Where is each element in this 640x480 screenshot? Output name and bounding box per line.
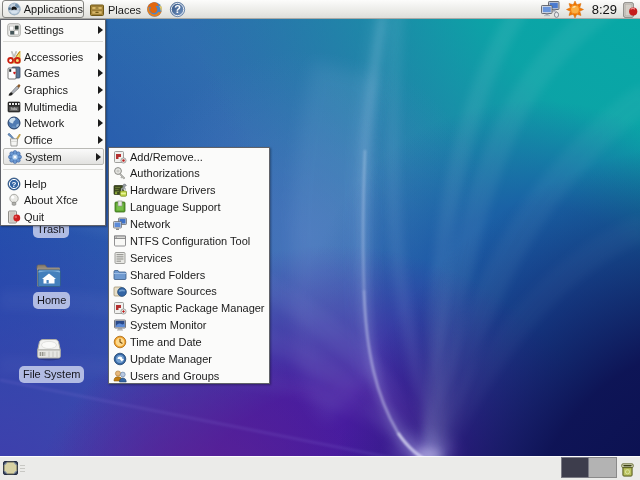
svg-text:hda: hda <box>11 107 17 111</box>
svg-text:?: ? <box>12 180 17 189</box>
svg-text:?: ? <box>174 3 181 15</box>
